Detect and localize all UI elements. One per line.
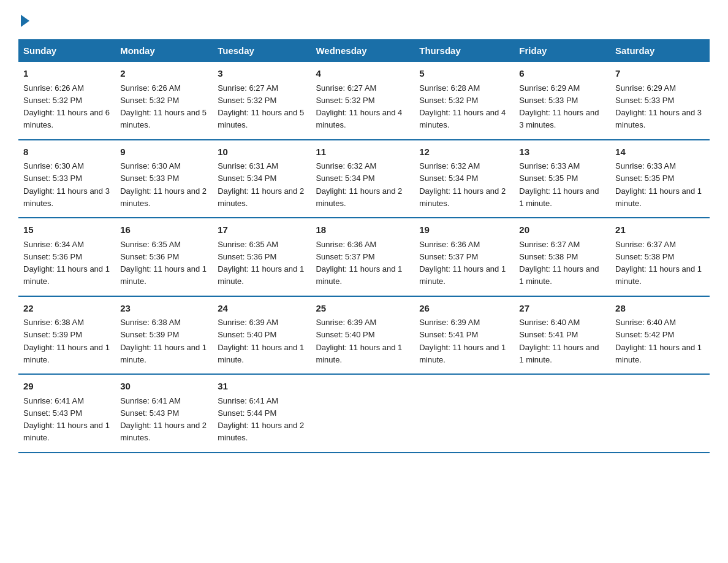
day-cell: 18Sunrise: 6:36 AMSunset: 5:37 PMDayligh… (311, 218, 414, 296)
day-cell: 30Sunrise: 6:41 AMSunset: 5:43 PMDayligh… (115, 374, 213, 453)
column-header-thursday: Thursday (414, 39, 514, 62)
day-cell: 9Sunrise: 6:30 AMSunset: 5:33 PMDaylight… (115, 140, 213, 218)
day-info: Sunrise: 6:41 AMSunset: 5:44 PMDaylight:… (218, 396, 304, 443)
day-cell (514, 374, 610, 453)
calendar-table: SundayMondayTuesdayWednesdayThursdayFrid… (18, 39, 710, 453)
week-row-2: 8Sunrise: 6:30 AMSunset: 5:33 PMDaylight… (18, 140, 710, 218)
day-number: 2 (120, 67, 208, 81)
day-info: Sunrise: 6:27 AMSunset: 5:32 PMDaylight:… (316, 83, 402, 130)
calendar-header: SundayMondayTuesdayWednesdayThursdayFrid… (18, 39, 710, 62)
day-cell: 13Sunrise: 6:33 AMSunset: 5:35 PMDayligh… (514, 140, 610, 218)
day-info: Sunrise: 6:32 AMSunset: 5:34 PMDaylight:… (316, 161, 402, 208)
day-number: 24 (218, 302, 306, 316)
logo-top (18, 12, 29, 27)
day-cell: 17Sunrise: 6:35 AMSunset: 5:36 PMDayligh… (213, 218, 311, 296)
day-cell: 26Sunrise: 6:39 AMSunset: 5:41 PMDayligh… (414, 296, 514, 375)
day-info: Sunrise: 6:32 AMSunset: 5:34 PMDaylight:… (419, 161, 506, 208)
calendar-body: 1Sunrise: 6:26 AMSunset: 5:32 PMDaylight… (18, 62, 710, 453)
day-cell: 14Sunrise: 6:33 AMSunset: 5:35 PMDayligh… (610, 140, 710, 218)
day-info: Sunrise: 6:28 AMSunset: 5:32 PMDaylight:… (419, 83, 506, 130)
day-number: 25 (316, 302, 409, 316)
day-info: Sunrise: 6:35 AMSunset: 5:36 PMDaylight:… (218, 240, 304, 286)
day-info: Sunrise: 6:26 AMSunset: 5:32 PMDaylight:… (120, 83, 207, 130)
day-info: Sunrise: 6:30 AMSunset: 5:33 PMDaylight:… (23, 161, 110, 208)
page-header (18, 12, 710, 27)
day-number: 22 (23, 302, 110, 316)
day-cell: 7Sunrise: 6:29 AMSunset: 5:33 PMDaylight… (610, 62, 710, 140)
day-info: Sunrise: 6:39 AMSunset: 5:40 PMDaylight:… (218, 318, 304, 364)
day-cell: 3Sunrise: 6:27 AMSunset: 5:32 PMDaylight… (213, 62, 311, 140)
day-info: Sunrise: 6:31 AMSunset: 5:34 PMDaylight:… (218, 161, 304, 208)
day-number: 3 (218, 67, 306, 81)
column-header-saturday: Saturday (610, 39, 710, 62)
day-cell: 29Sunrise: 6:41 AMSunset: 5:43 PMDayligh… (18, 374, 115, 453)
day-cell: 5Sunrise: 6:28 AMSunset: 5:32 PMDaylight… (414, 62, 514, 140)
day-cell: 19Sunrise: 6:36 AMSunset: 5:37 PMDayligh… (414, 218, 514, 296)
day-info: Sunrise: 6:29 AMSunset: 5:33 PMDaylight:… (615, 83, 702, 130)
day-number: 8 (23, 145, 110, 159)
day-number: 14 (615, 145, 705, 159)
week-row-5: 29Sunrise: 6:41 AMSunset: 5:43 PMDayligh… (18, 374, 710, 453)
column-header-wednesday: Wednesday (311, 39, 414, 62)
logo-arrow-icon (21, 15, 29, 27)
day-cell: 6Sunrise: 6:29 AMSunset: 5:33 PMDaylight… (514, 62, 610, 140)
day-info: Sunrise: 6:36 AMSunset: 5:37 PMDaylight:… (316, 240, 402, 286)
day-info: Sunrise: 6:41 AMSunset: 5:43 PMDaylight:… (23, 396, 110, 443)
day-number: 31 (218, 380, 306, 394)
day-cell: 4Sunrise: 6:27 AMSunset: 5:32 PMDaylight… (311, 62, 414, 140)
day-info: Sunrise: 6:39 AMSunset: 5:40 PMDaylight:… (316, 318, 402, 364)
day-cell: 10Sunrise: 6:31 AMSunset: 5:34 PMDayligh… (213, 140, 311, 218)
day-cell: 28Sunrise: 6:40 AMSunset: 5:42 PMDayligh… (610, 296, 710, 375)
day-cell (610, 374, 710, 453)
day-info: Sunrise: 6:37 AMSunset: 5:38 PMDaylight:… (519, 240, 599, 286)
day-number: 13 (519, 145, 605, 159)
day-number: 27 (519, 302, 605, 316)
day-cell: 15Sunrise: 6:34 AMSunset: 5:36 PMDayligh… (18, 218, 115, 296)
column-header-sunday: Sunday (18, 39, 115, 62)
day-number: 17 (218, 223, 306, 237)
day-info: Sunrise: 6:38 AMSunset: 5:39 PMDaylight:… (23, 318, 110, 364)
day-number: 7 (615, 67, 705, 81)
day-number: 1 (23, 67, 110, 81)
day-info: Sunrise: 6:39 AMSunset: 5:41 PMDaylight:… (419, 318, 506, 364)
day-cell: 12Sunrise: 6:32 AMSunset: 5:34 PMDayligh… (414, 140, 514, 218)
header-row: SundayMondayTuesdayWednesdayThursdayFrid… (18, 39, 710, 62)
day-number: 23 (120, 302, 208, 316)
day-number: 11 (316, 145, 409, 159)
week-row-3: 15Sunrise: 6:34 AMSunset: 5:36 PMDayligh… (18, 218, 710, 296)
day-info: Sunrise: 6:26 AMSunset: 5:32 PMDaylight:… (23, 83, 110, 130)
day-cell: 11Sunrise: 6:32 AMSunset: 5:34 PMDayligh… (311, 140, 414, 218)
day-cell: 31Sunrise: 6:41 AMSunset: 5:44 PMDayligh… (213, 374, 311, 453)
day-number: 6 (519, 67, 605, 81)
day-info: Sunrise: 6:34 AMSunset: 5:36 PMDaylight:… (23, 240, 110, 286)
day-info: Sunrise: 6:33 AMSunset: 5:35 PMDaylight:… (615, 161, 702, 208)
day-number: 21 (615, 223, 705, 237)
day-number: 9 (120, 145, 208, 159)
day-info: Sunrise: 6:29 AMSunset: 5:33 PMDaylight:… (519, 83, 599, 130)
day-info: Sunrise: 6:37 AMSunset: 5:38 PMDaylight:… (615, 240, 702, 286)
day-cell: 2Sunrise: 6:26 AMSunset: 5:32 PMDaylight… (115, 62, 213, 140)
week-row-4: 22Sunrise: 6:38 AMSunset: 5:39 PMDayligh… (18, 296, 710, 375)
day-number: 30 (120, 380, 208, 394)
day-number: 28 (615, 302, 705, 316)
day-cell: 20Sunrise: 6:37 AMSunset: 5:38 PMDayligh… (514, 218, 610, 296)
day-number: 12 (419, 145, 509, 159)
day-cell (311, 374, 414, 453)
day-cell: 22Sunrise: 6:38 AMSunset: 5:39 PMDayligh… (18, 296, 115, 375)
column-header-friday: Friday (514, 39, 610, 62)
day-number: 29 (23, 380, 110, 394)
day-info: Sunrise: 6:35 AMSunset: 5:36 PMDaylight:… (120, 240, 207, 286)
day-cell: 25Sunrise: 6:39 AMSunset: 5:40 PMDayligh… (311, 296, 414, 375)
day-info: Sunrise: 6:38 AMSunset: 5:39 PMDaylight:… (120, 318, 207, 364)
column-header-monday: Monday (115, 39, 213, 62)
day-cell: 16Sunrise: 6:35 AMSunset: 5:36 PMDayligh… (115, 218, 213, 296)
day-info: Sunrise: 6:33 AMSunset: 5:35 PMDaylight:… (519, 161, 599, 208)
day-number: 10 (218, 145, 306, 159)
day-info: Sunrise: 6:40 AMSunset: 5:42 PMDaylight:… (615, 318, 702, 364)
logo (18, 12, 29, 27)
day-info: Sunrise: 6:27 AMSunset: 5:32 PMDaylight:… (218, 83, 304, 130)
day-number: 16 (120, 223, 208, 237)
day-number: 20 (519, 223, 605, 237)
day-cell (414, 374, 514, 453)
day-cell: 21Sunrise: 6:37 AMSunset: 5:38 PMDayligh… (610, 218, 710, 296)
